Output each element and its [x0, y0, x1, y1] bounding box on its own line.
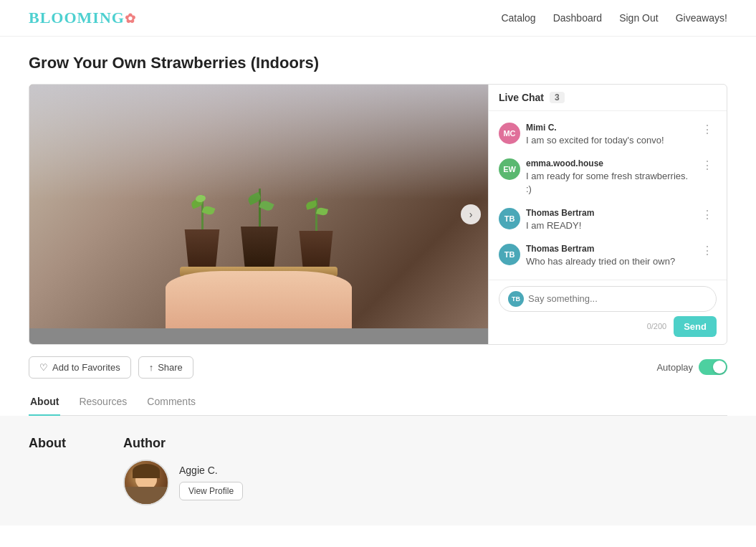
- author-details: Aggie C. View Profile: [179, 465, 243, 500]
- chat-message-more-icon[interactable]: ⋮: [699, 123, 717, 136]
- author-avatar-image: [125, 461, 168, 504]
- avatar: TB: [499, 244, 520, 265]
- tab-about[interactable]: About: [29, 390, 60, 416]
- main-nav: Catalog Dashboard Sign Out Giveaways!: [501, 12, 727, 24]
- video-section: ›: [29, 85, 488, 344]
- autoplay-label: Autoplay: [656, 362, 693, 373]
- chat-message-body: Thomas Bertram Who has already tried on …: [526, 244, 693, 268]
- chat-message-text: Who has already tried on their own?: [526, 255, 693, 268]
- chat-header: Live Chat 3: [489, 85, 727, 111]
- chat-message-more-icon[interactable]: ⋮: [699, 208, 717, 222]
- logo-flower: ✿: [125, 11, 136, 26]
- chat-message-name: emma.wood.house: [526, 158, 693, 168]
- chat-input-wrapper: TB: [499, 286, 717, 312]
- author-heading: Author: [123, 436, 243, 451]
- author-info: Aggie C. View Profile: [123, 460, 243, 505]
- nav-dashboard[interactable]: Dashboard: [553, 12, 603, 24]
- about-heading: About: [29, 436, 66, 451]
- main-content: Grow Your Own Strawberries (Indoors): [0, 37, 756, 543]
- autoplay-row: Autoplay: [656, 359, 727, 375]
- chat-message-body: Thomas Bertram I am READY!: [526, 208, 693, 232]
- chat-message-text: I am READY!: [526, 219, 693, 232]
- chat-count: 3: [550, 92, 565, 103]
- avatar: TB: [499, 208, 520, 229]
- share-label: Share: [158, 362, 183, 373]
- chat-message: TB Thomas Bertram I am READY! ⋮: [489, 202, 727, 238]
- view-profile-button[interactable]: View Profile: [179, 482, 243, 500]
- add-favorites-label: Add to Favorites: [52, 362, 120, 373]
- chat-input-row: TB: [499, 286, 717, 312]
- chat-message: TB Thomas Bertram Who has already tried …: [489, 238, 727, 274]
- video-next-button[interactable]: ›: [461, 204, 481, 224]
- nav-signout[interactable]: Sign Out: [619, 12, 658, 24]
- char-count-label: 0/200: [647, 322, 667, 330]
- send-button[interactable]: Send: [674, 316, 717, 337]
- share-button[interactable]: ↑ Share: [138, 356, 193, 379]
- chat-text-input[interactable]: [528, 293, 707, 304]
- autoplay-toggle[interactable]: [699, 359, 727, 375]
- chat-title: Live Chat: [499, 92, 544, 103]
- avatar: MC: [499, 123, 520, 144]
- tabs-bar: About Resources Comments: [29, 390, 727, 416]
- toggle-knob: [713, 361, 726, 374]
- chat-message-name: Mimi C.: [526, 123, 693, 133]
- chat-message-name: Thomas Bertram: [526, 208, 693, 218]
- nav-giveaways[interactable]: Giveaways!: [676, 12, 727, 24]
- tab-resources[interactable]: Resources: [77, 390, 128, 416]
- author-avatar: [123, 460, 169, 505]
- share-icon: ↑: [149, 362, 154, 373]
- add-to-favorites-button[interactable]: ♡ Add to Favorites: [29, 356, 131, 379]
- chat-messages-list: MC Mimi C. I am so excited for today's c…: [489, 111, 727, 280]
- avatar: EW: [499, 158, 520, 180]
- about-section: About Author Aggie C. View Profile: [0, 416, 756, 525]
- chat-message-text: I am ready for some fresh strawberries. …: [526, 170, 693, 196]
- video-player[interactable]: [29, 85, 488, 328]
- author-name: Aggie C.: [179, 465, 243, 476]
- chat-message: EW emma.wood.house I am ready for some f…: [489, 153, 727, 201]
- page-title: Grow Your Own Strawberries (Indoors): [29, 54, 727, 72]
- chat-input-area: TB 0/200 Send: [489, 280, 727, 344]
- chat-message-body: emma.wood.house I am ready for some fres…: [526, 158, 693, 196]
- tab-comments[interactable]: Comments: [145, 390, 197, 416]
- chat-message: MC Mimi C. I am so excited for today's c…: [489, 117, 727, 153]
- live-chat-panel: Live Chat 3 MC Mimi C. I am so excited f…: [488, 85, 727, 344]
- logo[interactable]: BLOOMING✿: [29, 9, 136, 27]
- chat-message-more-icon[interactable]: ⋮: [699, 158, 717, 172]
- chat-message-name: Thomas Bertram: [526, 244, 693, 254]
- chat-message-more-icon[interactable]: ⋮: [699, 244, 717, 257]
- about-content: About: [29, 436, 66, 505]
- chat-message-text: I am so excited for today's convo!: [526, 134, 693, 147]
- author-section: Author Aggie C. View Profile: [123, 436, 243, 505]
- actions-row: ♡ Add to Favorites ↑ Share Autoplay: [29, 348, 727, 387]
- video-chat-container: › Live Chat 3 MC Mimi C. I am so excited…: [29, 84, 727, 345]
- actions-left: ♡ Add to Favorites ↑ Share: [29, 356, 193, 379]
- logo-text: BLOOMING: [29, 9, 125, 27]
- nav-catalog[interactable]: Catalog: [501, 12, 535, 24]
- heart-icon: ♡: [39, 362, 48, 373]
- header: BLOOMING✿ Catalog Dashboard Sign Out Giv…: [0, 0, 756, 37]
- chat-message-body: Mimi C. I am so excited for today's conv…: [526, 123, 693, 147]
- chat-user-avatar: TB: [508, 291, 524, 307]
